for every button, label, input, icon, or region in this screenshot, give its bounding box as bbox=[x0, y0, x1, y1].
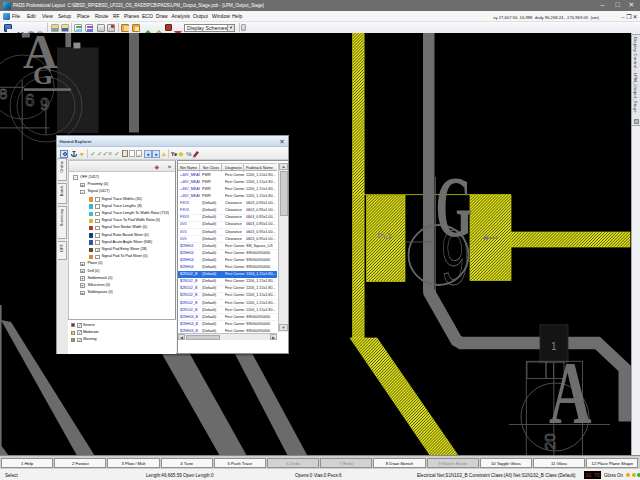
svg-text:20: 20 bbox=[541, 433, 558, 450]
svg-text:9: 9 bbox=[40, 95, 49, 114]
svg-text:6: 6 bbox=[25, 91, 34, 110]
svg-text:8: 8 bbox=[0, 85, 7, 102]
svg-text:A: A bbox=[549, 343, 592, 441]
svg-text:2: 2 bbox=[375, 232, 395, 240]
svg-text:G: G bbox=[33, 61, 53, 90]
svg-text:9: 9 bbox=[441, 214, 469, 301]
